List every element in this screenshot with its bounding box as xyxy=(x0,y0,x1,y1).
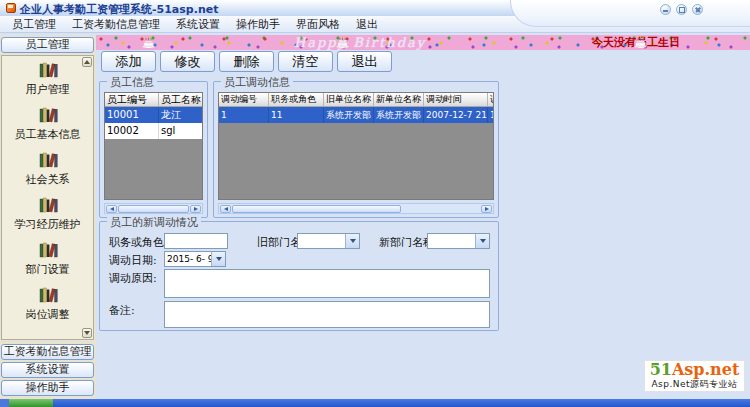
delete-button[interactable]: 删除 xyxy=(219,51,274,72)
taskbar-segment xyxy=(0,399,9,407)
sidebar-item-label: 员工基本信息 xyxy=(15,127,81,142)
group-title: 员工信息 xyxy=(107,75,157,90)
dropdown-arrow-icon[interactable] xyxy=(345,234,359,248)
dropdown-arrow-icon[interactable] xyxy=(211,252,225,266)
menu-item-exit[interactable]: 退出 xyxy=(348,16,386,33)
menu-item-system-settings[interactable]: 系统设置 xyxy=(168,16,228,33)
column-header-employee-id[interactable]: 员工编号 xyxy=(105,93,159,107)
remark-label: 备注: xyxy=(109,303,135,318)
cell-old-unit: 系统开发部 xyxy=(324,107,374,123)
sidebar-button-system-settings[interactable]: 系统设置 xyxy=(1,362,94,378)
old-dept-value xyxy=(298,234,345,248)
cell-employee-id: 10002 xyxy=(105,123,159,139)
logo-name: Asp.net xyxy=(672,360,739,379)
books-icon xyxy=(37,107,59,126)
scroll-left-icon[interactable] xyxy=(220,205,231,213)
sidebar-item-position-transfer[interactable]: 岗位调整 xyxy=(2,285,93,324)
exit-button[interactable]: 退出 xyxy=(337,51,392,72)
sidebar-item-employee-basic-info[interactable]: 员工基本信息 xyxy=(2,105,93,144)
column-header-employee-name[interactable]: 员工名称 xyxy=(159,93,203,107)
remark-textarea[interactable] xyxy=(164,301,490,328)
logo-number: 51 xyxy=(650,360,672,379)
window-controls xyxy=(660,4,703,15)
transfer-table-hscrollbar[interactable] xyxy=(218,203,494,214)
role-label: 职务或角色: xyxy=(109,235,168,250)
sidebar-item-label: 社会关系 xyxy=(26,172,70,187)
employee-info-group: 员工信息 员工编号 员工名称 10001 龙江 10002 sgl xyxy=(99,81,208,218)
cell-new-unit: 系统开发部 xyxy=(374,107,424,123)
modify-button[interactable]: 修改 xyxy=(160,51,215,72)
transfer-reason-label: 调动原因: xyxy=(109,271,157,286)
add-button[interactable]: 添加 xyxy=(101,51,156,72)
sidebar-item-user-mgmt[interactable]: 用户管理 xyxy=(2,60,93,99)
sidebar-panel: 用户管理 员工基本信息 社会关系 学习经历维护 部门设置 xyxy=(1,55,94,340)
restore-icon[interactable] xyxy=(676,4,687,15)
dropdown-arrow-icon[interactable] xyxy=(475,234,489,248)
transfer-date-picker[interactable]: 2015- 6- 9 xyxy=(164,251,226,267)
table-row[interactable]: 10002 sgl xyxy=(105,123,202,139)
menu-item-ui-style[interactable]: 界面风格 xyxy=(288,16,348,33)
column-header-partial[interactable]: 调 xyxy=(488,93,494,107)
main-area: Happy Birthday 今天没有员工生日 添加 修改 删除 清空 退出 员… xyxy=(96,35,750,399)
close-icon[interactable] xyxy=(692,4,703,15)
new-dept-value xyxy=(428,234,475,248)
books-icon xyxy=(37,62,59,81)
scroll-right-icon[interactable] xyxy=(481,205,492,213)
table-row[interactable]: 1 11 系统开发部 系统开发部 2007-12-7 21:00 1 xyxy=(219,107,493,123)
clear-button[interactable]: 清空 xyxy=(278,51,333,72)
titlebar-swoosh xyxy=(510,0,750,27)
scrollbar-thumb[interactable] xyxy=(232,205,401,213)
scroll-down-icon[interactable] xyxy=(82,328,92,338)
column-header-new-unit[interactable]: 新单位名称 xyxy=(374,93,424,107)
51asp-logo: 51Asp.net Asp.Net源码专业站 xyxy=(644,360,745,392)
sidebar: 员工管理 用户管理 员工基本信息 社会关系 学习经历维护 xyxy=(0,35,96,399)
menu-item-payroll-attendance[interactable]: 工资考勤信息管理 xyxy=(64,16,168,33)
sidebar-header-employee-mgmt[interactable]: 员工管理 xyxy=(1,37,94,53)
scroll-right-icon[interactable] xyxy=(190,205,201,213)
employee-table: 员工编号 员工名称 10001 龙江 10002 sgl xyxy=(104,92,203,200)
new-dept-select[interactable] xyxy=(427,233,490,249)
column-header-old-unit[interactable]: 旧单位名称 xyxy=(324,93,374,107)
cell-partial: 1 xyxy=(488,107,494,123)
employee-table-hscrollbar[interactable] xyxy=(104,203,203,214)
birthday-cake-icon xyxy=(634,36,647,51)
table-row[interactable]: 10001 龙江 xyxy=(105,107,202,123)
column-header-role[interactable]: 职务或角色 xyxy=(269,93,324,107)
transfer-info-group: 员工调动信息 调动编号 职务或角色 旧单位名称 新单位名称 调动时间 调 1 1… xyxy=(213,81,499,218)
sidebar-button-help-assistant[interactable]: 操作助手 xyxy=(1,380,94,396)
birthday-banner: Happy Birthday 今天没有员工生日 xyxy=(96,35,750,50)
cell-role: 11 xyxy=(269,107,324,123)
group-title: 员工调动信息 xyxy=(221,75,293,90)
cell-transfer-id: 1 xyxy=(219,107,269,123)
sidebar-items: 用户管理 员工基本信息 社会关系 学习经历维护 部门设置 xyxy=(2,60,93,324)
scrollbar-thumb[interactable] xyxy=(118,205,189,213)
menu-item-help-assistant[interactable]: 操作助手 xyxy=(228,16,288,33)
cell-employee-name: 龙江 xyxy=(159,107,203,123)
sidebar-button-payroll-attendance[interactable]: 工资考勤信息管理 xyxy=(1,344,94,360)
new-transfer-form-group: 员工的新调动情况 职务或角色: 旧部门名称: 新部门名称: 调动日期: 2015… xyxy=(99,221,499,331)
menu-item-employee-mgmt[interactable]: 员工管理 xyxy=(4,16,64,33)
sidebar-item-learning-history[interactable]: 学习经历维护 xyxy=(2,195,93,234)
toolbar: 添加 修改 删除 清空 退出 xyxy=(101,51,392,72)
cell-transfer-time: 2007-12-7 21:00 xyxy=(424,107,488,123)
app-window: 企业人事考勤工资管理系统-51asp.net 员工管理 工资考勤信息管理 系统设… xyxy=(0,0,750,407)
sidebar-item-label: 岗位调整 xyxy=(26,307,70,322)
column-header-transfer-id[interactable]: 调动编号 xyxy=(219,93,269,107)
scroll-left-icon[interactable] xyxy=(106,205,117,213)
column-header-transfer-time[interactable]: 调动时间 xyxy=(424,93,488,107)
transfer-reason-textarea[interactable] xyxy=(164,269,490,298)
cell-employee-id: 10001 xyxy=(105,107,159,123)
books-icon xyxy=(37,287,59,306)
books-icon xyxy=(37,242,59,261)
minimize-icon[interactable] xyxy=(660,4,671,15)
group-title: 员工的新调动情况 xyxy=(107,215,201,230)
start-button-fragment[interactable] xyxy=(9,399,53,407)
window-title: 企业人事考勤工资管理系统-51asp.net xyxy=(20,2,218,17)
employee-table-header: 员工编号 员工名称 xyxy=(105,93,202,107)
taskbar xyxy=(0,399,750,407)
sidebar-item-department-setup[interactable]: 部门设置 xyxy=(2,240,93,279)
sidebar-item-social-relations[interactable]: 社会关系 xyxy=(2,150,93,189)
role-input[interactable] xyxy=(164,233,228,249)
transfer-table-header: 调动编号 职务或角色 旧单位名称 新单位名称 调动时间 调 xyxy=(219,93,493,107)
old-dept-select[interactable] xyxy=(297,233,360,249)
